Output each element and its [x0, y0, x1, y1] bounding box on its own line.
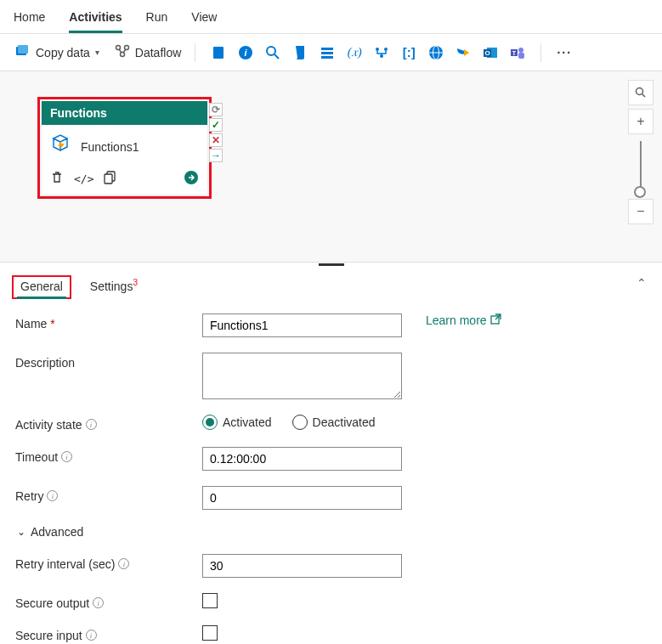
functions-icon — [48, 133, 72, 160]
canvas-search-button[interactable] — [628, 80, 654, 105]
svg-line-9 — [274, 54, 279, 59]
retry-label: Retry i — [15, 486, 202, 503]
canvas-controls: + − — [628, 80, 654, 224]
zoom-slider[interactable] — [640, 141, 642, 192]
variable-icon[interactable]: (𝑥) — [347, 45, 362, 60]
timeout-input[interactable] — [202, 447, 402, 471]
toolbar: Copy data ▾ Dataflow i (𝑥) [:] O T ··· — [0, 34, 662, 71]
notebook-icon[interactable] — [211, 45, 226, 60]
nav-home[interactable]: Home — [14, 7, 45, 33]
teams-icon[interactable]: T — [510, 45, 525, 60]
copy-data-button[interactable]: Copy data ▾ — [10, 41, 105, 64]
nav-view[interactable]: View — [191, 7, 217, 33]
tab-settings[interactable]: Settings3 — [87, 274, 141, 300]
info-icon[interactable]: i — [118, 558, 129, 569]
svg-point-13 — [376, 48, 379, 51]
top-nav: Home Activities Run View — [0, 0, 662, 34]
svg-rect-10 — [321, 48, 333, 50]
collapse-panel-button[interactable]: ⌃ — [637, 276, 647, 290]
svg-rect-12 — [321, 56, 333, 59]
learn-more-link[interactable]: Learn more — [426, 314, 501, 327]
selection-highlight: Functions Functions1 </> ⟳ ✓ — [37, 97, 212, 199]
external-link-icon — [490, 314, 501, 327]
activity-state-label: Activity state i — [15, 415, 202, 432]
advanced-toggle[interactable]: ⌄ Advanced — [15, 525, 647, 539]
canvas[interactable]: Functions Functions1 </> ⟳ ✓ — [0, 71, 662, 263]
svg-point-23 — [518, 48, 523, 53]
code-icon[interactable]: </> — [74, 172, 93, 185]
chevron-down-icon: ⌄ — [17, 526, 25, 538]
secure-output-checkbox[interactable] — [202, 593, 218, 608]
nav-activities[interactable]: Activities — [69, 7, 122, 33]
svg-rect-24 — [518, 53, 524, 59]
globe-icon[interactable] — [428, 45, 444, 60]
info-icon[interactable]: i — [86, 419, 97, 430]
zoom-out-button[interactable]: − — [628, 199, 654, 224]
connector-fail[interactable]: ✕ — [209, 133, 223, 147]
name-input[interactable] — [202, 314, 402, 337]
toolbar-divider — [195, 43, 195, 62]
description-label: Description — [15, 353, 202, 370]
script-icon[interactable] — [292, 45, 308, 60]
secure-input-label: Secure input i — [15, 625, 202, 642]
settings-badge: 3 — [133, 278, 138, 287]
node-title: Functions1 — [81, 140, 139, 154]
more-icon[interactable]: ··· — [557, 45, 572, 60]
info-icon[interactable]: i — [86, 630, 97, 641]
radio-activated-circle — [202, 415, 218, 430]
activity-state-group: Activated Deactivated — [202, 415, 376, 430]
copy-data-icon — [15, 44, 31, 60]
description-input[interactable] — [202, 353, 402, 399]
zoom-slider-knob[interactable] — [634, 186, 646, 198]
node-actions: </> — [42, 165, 207, 195]
svg-text:O: O — [485, 49, 490, 57]
name-label: Name * — [15, 314, 202, 330]
info-icon[interactable]: i — [61, 451, 72, 462]
svg-rect-11 — [321, 52, 333, 54]
info-icon[interactable]: i — [93, 597, 104, 608]
tab-general[interactable]: General — [12, 275, 71, 299]
retry-interval-input[interactable] — [202, 554, 402, 578]
pipeline-icon[interactable] — [374, 45, 389, 60]
retry-input[interactable] — [202, 486, 402, 510]
radio-deactivated[interactable]: Deactivated — [292, 415, 376, 430]
node-connectors: ⟳ ✓ ✕ → — [209, 103, 223, 162]
dataflow-button[interactable]: Dataflow — [110, 41, 186, 64]
connector-top[interactable]: ⟳ — [209, 103, 223, 116]
node-header: Functions — [42, 101, 207, 125]
dataflow-icon — [115, 44, 130, 60]
node-header-label: Functions — [50, 106, 107, 120]
run-icon[interactable] — [184, 170, 199, 188]
toolbar-divider-2 — [540, 43, 541, 62]
connector-success[interactable]: ✓ — [209, 118, 223, 132]
delete-icon[interactable] — [50, 171, 64, 187]
toolbar-icon-group: i (𝑥) [:] O T ··· — [211, 43, 572, 62]
svg-line-30 — [642, 94, 646, 98]
outlook-icon[interactable]: O — [483, 45, 498, 60]
secure-input-checkbox[interactable] — [202, 625, 218, 641]
list-icon[interactable] — [320, 45, 335, 60]
radio-activated[interactable]: Activated — [202, 415, 272, 430]
radio-deactivated-circle — [292, 415, 308, 430]
chevron-down-icon: ▾ — [95, 48, 99, 57]
zoom-in-button[interactable]: + — [628, 109, 654, 134]
svg-point-29 — [637, 88, 643, 95]
svg-rect-1 — [18, 45, 28, 54]
nav-run[interactable]: Run — [146, 7, 168, 33]
svg-point-14 — [384, 48, 388, 51]
svg-text:T: T — [512, 49, 517, 55]
general-form: Name * Learn more Description Activity s… — [0, 300, 662, 642]
timeout-label: Timeout i — [15, 447, 202, 464]
search-icon[interactable] — [265, 45, 280, 60]
activity-node[interactable]: Functions Functions1 </> ⟳ ✓ — [42, 101, 207, 195]
secure-output-label: Secure output i — [15, 593, 202, 610]
info-icon[interactable]: i — [238, 45, 253, 60]
connector-skip[interactable]: → — [209, 149, 223, 162]
svg-point-2 — [116, 46, 120, 50]
bracket-icon[interactable]: [:] — [401, 45, 416, 60]
webhook-icon[interactable] — [455, 45, 471, 60]
info-icon[interactable]: i — [47, 490, 58, 501]
dataflow-label: Dataflow — [135, 46, 181, 59]
retry-interval-label: Retry interval (sec) i — [15, 554, 202, 571]
copy-icon[interactable] — [104, 171, 116, 187]
